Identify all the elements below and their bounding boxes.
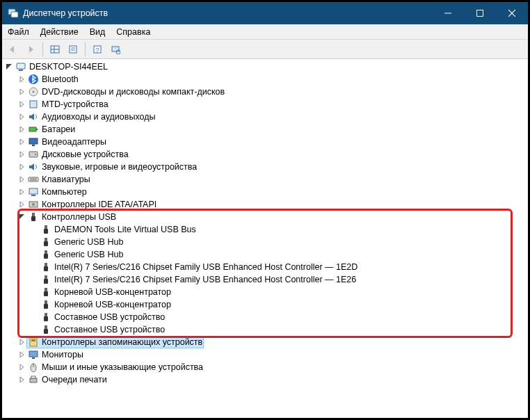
svg-marker-81 — [20, 377, 24, 382]
svg-rect-42 — [29, 177, 38, 181]
tree-row[interactable]: Bluetooth — [2, 73, 528, 86]
back-button[interactable] — [5, 42, 20, 57]
tree-label: MTD-устройства — [42, 99, 109, 109]
root-icon — [15, 61, 26, 72]
tree-row[interactable]: Аудиовходы и аудиовыходы — [2, 111, 528, 123]
tree-row[interactable]: Составное USB устройство — [2, 311, 528, 323]
menu-action[interactable]: Действие — [35, 26, 84, 38]
close-button[interactable] — [496, 3, 528, 24]
tree-row[interactable]: Контроллеры запоминающих устройств — [2, 336, 528, 348]
expand-icon[interactable] — [17, 350, 26, 359]
svg-marker-6 — [10, 46, 14, 53]
expand-icon[interactable] — [17, 188, 26, 196]
tree-row[interactable]: DESKTOP-SI44EEL — [2, 60, 528, 73]
tree-row[interactable]: Корневой USB-концентратор — [2, 298, 528, 311]
tree-row[interactable]: Видеоадаптеры — [2, 136, 528, 148]
expand-icon[interactable] — [17, 88, 26, 96]
svg-rect-62 — [45, 275, 47, 279]
svg-rect-16 — [112, 47, 119, 51]
expand-icon[interactable] — [17, 200, 26, 209]
svg-rect-76 — [29, 351, 38, 357]
menu-help[interactable]: Справка — [111, 26, 156, 38]
usb-icon — [28, 211, 39, 223]
tree-label: Мыши и иные указывающие устройства — [42, 362, 203, 372]
svg-rect-65 — [44, 291, 48, 296]
expand-icon[interactable] — [17, 100, 26, 108]
tree-row[interactable]: Звуковые, игровые и видеоустройства — [2, 161, 528, 173]
expand-icon[interactable] — [17, 175, 26, 184]
tree-label: Контроллеры запоминающих устройств — [42, 337, 202, 347]
expand-icon[interactable] — [17, 75, 26, 83]
tree-row[interactable]: Составное USB устройство — [2, 323, 528, 336]
menu-file[interactable]: Файл — [2, 26, 35, 38]
svg-rect-57 — [44, 241, 48, 246]
tree-row[interactable]: Intel(R) 7 Series/C216 Chipset Family US… — [2, 273, 528, 286]
expand-icon[interactable] — [17, 113, 26, 121]
svg-rect-56 — [45, 238, 47, 241]
menu-view[interactable]: Вид — [84, 26, 111, 38]
expand-icon[interactable] — [17, 125, 26, 134]
svg-rect-58 — [45, 250, 47, 254]
tree-row[interactable]: Дисковые устройства — [2, 148, 528, 161]
svg-marker-40 — [29, 163, 34, 170]
tree-row[interactable]: Мыши и иные указывающие устройства — [2, 361, 528, 373]
tree-row[interactable]: Контроллеры IDE ATA/ATAPI — [2, 198, 528, 211]
svg-marker-45 — [20, 189, 24, 195]
tree-row[interactable]: Generic USB Hub — [2, 236, 528, 248]
tree-row[interactable]: Intel(R) 7 Series/C216 Chipset Family US… — [2, 261, 528, 273]
expand-icon[interactable] — [17, 375, 26, 384]
help-button[interactable]: ? — [90, 42, 105, 57]
tree-label: Generic USB Hub — [54, 237, 123, 247]
svg-marker-41 — [20, 177, 24, 182]
svg-rect-37 — [29, 152, 38, 157]
toolbar: ? — [2, 40, 528, 59]
expand-icon[interactable] — [17, 138, 26, 146]
collapse-icon[interactable] — [5, 63, 13, 71]
svg-rect-71 — [44, 329, 48, 334]
tree-row[interactable]: Generic USB Hub — [2, 248, 528, 261]
tree-row[interactable]: Клавиатуры — [2, 173, 528, 186]
tree-label: Корневой USB-концентратор — [54, 287, 171, 297]
forward-button[interactable] — [23, 42, 38, 57]
keyboard-icon — [28, 174, 39, 185]
tree-label: Корневой USB-концентратор — [54, 300, 171, 309]
maximize-button[interactable] — [464, 3, 496, 24]
svg-rect-74 — [31, 339, 35, 341]
menubar: Файл Действие Вид Справка — [2, 24, 528, 40]
expand-icon[interactable] — [17, 363, 26, 371]
svg-rect-35 — [32, 145, 35, 146]
svg-rect-3 — [477, 10, 483, 17]
minimize-button[interactable] — [432, 3, 464, 24]
tree-row[interactable]: Корневой USB-концентратор — [2, 286, 528, 298]
expand-icon[interactable] — [17, 163, 26, 171]
svg-rect-67 — [44, 304, 48, 309]
tree-row[interactable]: MTD-устройства — [2, 98, 528, 111]
collapse-icon[interactable] — [17, 213, 26, 221]
scan-button[interactable] — [108, 42, 123, 57]
tree-label: Дисковые устройства — [42, 150, 129, 159]
svg-point-50 — [32, 203, 35, 206]
tree-row[interactable]: Контроллеры USB — [2, 211, 528, 223]
tree-row[interactable]: DAEMON Tools Lite Virtual USB Bus — [2, 223, 528, 236]
svg-marker-30 — [20, 127, 24, 132]
tree-row[interactable]: Батареи — [2, 123, 528, 136]
svg-marker-39 — [20, 164, 24, 170]
disk-icon — [28, 149, 39, 160]
titlebar[interactable]: Диспетчер устройств — [2, 2, 528, 24]
tree-row[interactable]: Очереди печати — [2, 373, 528, 386]
tree-row[interactable]: Компьютер — [2, 186, 528, 198]
tree-row[interactable]: Мониторы — [2, 348, 528, 361]
tree-row[interactable]: DVD-дисководы и дисководы компакт-дисков — [2, 86, 528, 98]
device-tree[interactable]: DESKTOP-SI44EELBluetoothDVD-дисководы и … — [2, 59, 528, 418]
storage-icon — [28, 337, 39, 348]
svg-marker-33 — [20, 139, 24, 145]
svg-rect-54 — [45, 225, 47, 229]
show-hidden-button[interactable] — [47, 42, 63, 57]
bluetooth-icon — [28, 74, 39, 85]
tree-label: DAEMON Tools Lite Virtual USB Bus — [54, 225, 196, 234]
svg-rect-27 — [30, 101, 37, 108]
expand-icon[interactable] — [17, 150, 26, 159]
properties-button[interactable] — [65, 42, 81, 57]
expand-icon[interactable] — [17, 338, 26, 346]
tree-label: Мониторы — [42, 350, 83, 360]
